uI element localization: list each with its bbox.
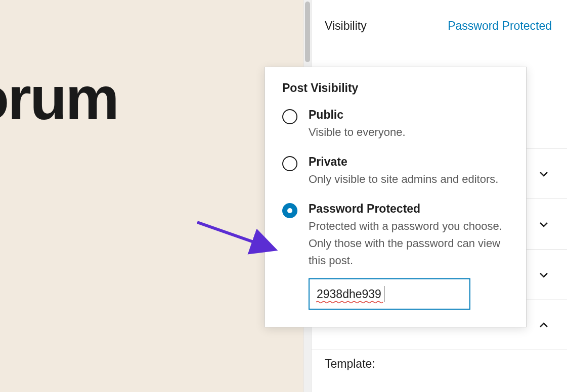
password-input[interactable] xyxy=(309,278,470,310)
option-password-label: Password Protected xyxy=(309,202,509,216)
radio-unchecked-icon[interactable] xyxy=(282,156,297,171)
visibility-value-link[interactable]: Password Protected xyxy=(448,19,552,33)
option-public-description: Visible to everyone. xyxy=(309,124,509,141)
visibility-option-password[interactable]: Password Protected Protected with a pass… xyxy=(282,202,509,310)
editor-canvas[interactable]: nly Forum in the field below. xyxy=(0,0,303,392)
visibility-option-private[interactable]: Private Only visible to site admins and … xyxy=(282,155,509,188)
option-public-label: Public xyxy=(309,108,509,122)
option-password-description: Protected with a password you choose. On… xyxy=(309,218,509,269)
chevron-down-icon xyxy=(538,269,550,281)
text-caret xyxy=(384,286,384,302)
post-visibility-popover: Post Visibility Public Visible to everyo… xyxy=(265,67,527,327)
visibility-label: Visibility xyxy=(325,19,367,33)
chevron-down-icon xyxy=(538,218,550,230)
chevron-up-icon xyxy=(538,319,550,331)
option-private-label: Private xyxy=(309,155,509,169)
option-private-description: Only visible to site admins and editors. xyxy=(309,171,509,188)
popover-title: Post Visibility xyxy=(282,81,509,95)
editor-scrollbar-thumb[interactable] xyxy=(305,2,310,62)
radio-unchecked-icon[interactable] xyxy=(282,109,297,124)
template-label: Template: xyxy=(312,350,567,371)
radio-checked-icon[interactable] xyxy=(282,203,297,218)
visibility-setting-row[interactable]: Visibility Password Protected xyxy=(312,0,567,52)
post-title[interactable]: nly Forum xyxy=(0,63,118,133)
chevron-down-icon xyxy=(538,168,550,180)
visibility-option-public[interactable]: Public Visible to everyone. xyxy=(282,108,509,141)
